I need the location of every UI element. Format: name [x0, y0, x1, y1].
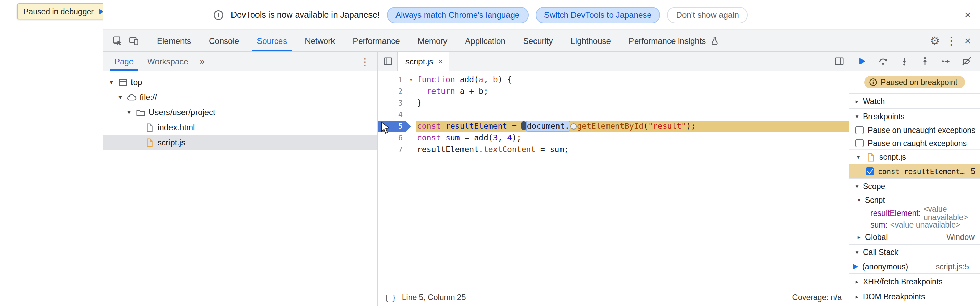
screenshot-root: Paused in debugger DevTools is now avail…: [0, 0, 980, 306]
step-over-icon[interactable]: [877, 55, 889, 67]
checkbox[interactable]: [855, 126, 864, 134]
close-devtools-icon[interactable]: ×: [959, 33, 976, 49]
infobar-button-always-match-chrome-s-language[interactable]: Always match Chrome's language: [387, 6, 528, 23]
folder-icon: [135, 107, 146, 118]
tab-lighthouse[interactable]: Lighthouse: [562, 30, 619, 51]
section-scope[interactable]: ▾Scope: [849, 178, 980, 193]
code-line-text[interactable]: }: [416, 97, 848, 109]
more-tabs-icon[interactable]: »: [195, 56, 210, 67]
tab-elements[interactable]: Elements: [148, 30, 200, 51]
tab-performance-insights[interactable]: Performance insights: [620, 30, 728, 51]
code-token: =: [507, 121, 522, 131]
step-into-icon[interactable]: [898, 55, 910, 67]
code-line-2: 2 return a + b;: [378, 86, 848, 97]
line-number[interactable]: 4: [378, 109, 406, 121]
tree-item-top[interactable]: ▾top: [103, 75, 377, 90]
section-arrow-icon[interactable]: ▾: [853, 249, 861, 255]
section-breakpoints[interactable]: ▾Breakpoints: [849, 108, 980, 123]
step-out-icon[interactable]: [919, 55, 931, 67]
breakpoint-entry[interactable]: const resultElement = doc…5: [849, 164, 980, 178]
tab-console[interactable]: Console: [200, 30, 248, 51]
section-xhr-fetch-breakpoints[interactable]: ▸XHR/fetch Breakpoints: [849, 273, 980, 288]
code-token: const: [417, 121, 441, 131]
section-arrow-icon[interactable]: ▸: [853, 98, 861, 105]
section-arrow-icon[interactable]: ▾: [853, 113, 861, 120]
close-tab-icon[interactable]: ×: [438, 57, 443, 66]
navigator-menu-icon[interactable]: ⋮: [357, 56, 373, 67]
infobar-button-switch-devtools-to-japanese[interactable]: Switch DevTools to Japanese: [535, 6, 660, 23]
pause-on-caught-exceptions-row[interactable]: Pause on caught exceptions: [849, 136, 980, 150]
section-arrow-icon[interactable]: ▸: [853, 293, 861, 300]
call-stack-frame[interactable]: (anonymous)script.js:5: [849, 259, 980, 273]
section-watch[interactable]: ▸Watch: [849, 93, 980, 108]
pretty-print-icon[interactable]: { }: [384, 293, 396, 302]
code-line-text[interactable]: resultElement.textContent = sum;: [416, 144, 848, 156]
scope-label: Global: [865, 233, 888, 241]
tab-sources[interactable]: Sources: [248, 30, 296, 51]
editor-pane: script.js × 1▾function add(a, b) {2 retu…: [378, 52, 848, 306]
line-number[interactable]: 2: [378, 86, 406, 97]
resume-icon[interactable]: [856, 55, 869, 67]
scope-arrow-icon[interactable]: ▸: [855, 234, 863, 241]
infobar-button-don-t-show-again[interactable]: Don't show again: [667, 6, 748, 23]
tab-network[interactable]: Network: [296, 30, 344, 51]
info-icon: [213, 9, 224, 20]
toggle-debugger-sidebar-icon[interactable]: [829, 52, 848, 70]
tree-item-users-user-project[interactable]: ▾Users/user/project: [103, 105, 377, 120]
tab-security[interactable]: Security: [514, 30, 562, 51]
code-line-6: 6const sum = add(3, 4);: [378, 132, 848, 144]
tab-performance[interactable]: Performance: [344, 30, 409, 51]
paused-badge-label: Paused on breakpoint: [881, 78, 958, 86]
code-line-text[interactable]: [416, 109, 848, 121]
tab-label: Sources: [257, 36, 287, 46]
tree-item-script-js[interactable]: script.js: [103, 135, 377, 150]
tree-arrow-icon[interactable]: ▾: [116, 94, 124, 101]
line-number[interactable]: 3: [378, 97, 406, 109]
line-number[interactable]: 6: [378, 132, 406, 144]
line-number[interactable]: 1: [378, 74, 406, 86]
scope-global[interactable]: ▸GlobalWindow: [849, 230, 980, 244]
step-icon[interactable]: [940, 55, 952, 67]
settings-gear-icon[interactable]: ⚙: [927, 33, 943, 49]
tree-item-index-html[interactable]: index.html: [103, 120, 377, 135]
tree-item-file[interactable]: ▾file://: [103, 90, 377, 105]
tab-label: Memory: [418, 36, 447, 46]
breakpoint-group-script-js[interactable]: ▾script.js: [849, 150, 980, 164]
section-label: Watch: [863, 97, 885, 105]
toggle-navigator-icon[interactable]: [378, 52, 397, 70]
inspect-element-icon[interactable]: [109, 33, 125, 49]
code-line-text[interactable]: function add(a, b) {: [416, 74, 848, 86]
section-arrow-icon[interactable]: ▾: [853, 183, 861, 190]
code-line-text[interactable]: return a + b;: [416, 86, 848, 97]
fold-arrow-icon[interactable]: ▾: [406, 74, 416, 86]
code-line-text[interactable]: const sum = add(3, 4);: [416, 132, 848, 144]
line-number[interactable]: 7: [378, 144, 406, 156]
navigator-tab-page[interactable]: Page: [108, 52, 140, 70]
infobar-close-icon[interactable]: ×: [964, 9, 971, 21]
tree-arrow-icon[interactable]: ▾: [125, 109, 133, 116]
navigator-tab-workspace[interactable]: Workspace: [140, 52, 195, 70]
tab-application[interactable]: Application: [456, 30, 514, 51]
code-token: add: [460, 75, 474, 84]
section-call-stack[interactable]: ▾Call Stack: [849, 244, 980, 259]
file-tab-script-js[interactable]: script.js ×: [397, 52, 450, 70]
section-label: Scope: [863, 182, 885, 190]
tab-memory[interactable]: Memory: [409, 30, 457, 51]
section-dom-breakpoints[interactable]: ▸DOM Breakpoints: [849, 288, 980, 304]
pause-on-uncaught-exceptions-row[interactable]: Pause on uncaught exceptions: [849, 123, 980, 136]
group-arrow-icon[interactable]: ▾: [855, 153, 862, 160]
code-token: b: [493, 75, 498, 84]
tree-arrow-icon[interactable]: ▾: [108, 79, 115, 86]
device-toolbar-icon[interactable]: [125, 33, 142, 49]
scope-arrow-icon[interactable]: ▾: [855, 197, 863, 204]
code-token: 3: [493, 133, 498, 143]
execution-line-marker[interactable]: 5: [378, 121, 411, 132]
breakpoint-checkbox[interactable]: [865, 167, 874, 175]
section-arrow-icon[interactable]: ▸: [853, 278, 861, 285]
main-toolbar: ElementsConsoleSourcesNetworkPerformance…: [103, 30, 980, 52]
checkbox[interactable]: [855, 139, 864, 147]
code-line-text[interactable]: const resultElement = document.getElemen…: [416, 121, 848, 132]
code-token: function: [417, 75, 455, 84]
deactivate-breakpoints-icon[interactable]: [961, 55, 973, 67]
more-options-icon[interactable]: ⋮: [943, 33, 959, 49]
